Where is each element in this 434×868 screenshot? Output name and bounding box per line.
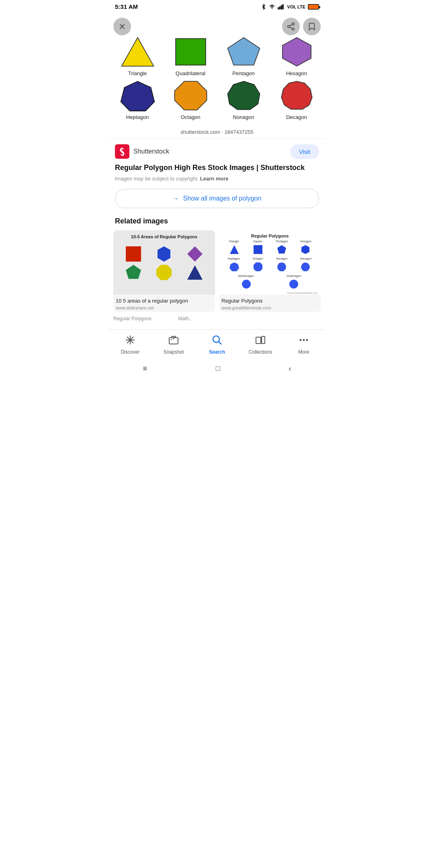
close-icon <box>118 22 127 31</box>
search-svg-icon <box>212 335 222 345</box>
poly-label-decagon: Decagon <box>294 257 317 260</box>
svg-rect-0 <box>278 7 279 9</box>
nav-label-search: Search <box>209 349 225 355</box>
poly-label-square: Square <box>246 240 270 243</box>
visit-button[interactable]: Visit <box>290 144 319 159</box>
shape-pentagon: Pentagon <box>219 36 268 76</box>
blue-decagon-svg <box>300 262 311 272</box>
nav-item-discover[interactable]: Discover <box>118 335 142 355</box>
svg-point-33 <box>242 280 251 289</box>
poly-label-nonagon: Nonagon <box>270 257 294 260</box>
bookmark-icon <box>307 22 316 31</box>
close-button[interactable] <box>113 18 131 35</box>
svg-marker-13 <box>227 37 260 65</box>
bookmark-button[interactable] <box>303 18 321 35</box>
shape-label-quadrilateral: Quadrilateral <box>176 70 205 76</box>
polygon-labels-row2: Heptagon Octagon Nonagon Decagon <box>222 257 317 260</box>
svg-marker-15 <box>121 81 154 111</box>
android-home-button[interactable]: □ <box>209 363 227 375</box>
more-svg-icon <box>299 335 309 345</box>
related-images-grid: 10-5 Areas of Regular Polygons <box>108 230 326 312</box>
svg-marker-32 <box>301 262 310 271</box>
quadrilateral-svg <box>172 36 210 68</box>
svg-marker-31 <box>277 262 286 271</box>
related-images-heading: Related images <box>108 215 326 230</box>
svg-marker-27 <box>277 245 286 254</box>
octagon-svg <box>172 80 210 112</box>
svg-point-34 <box>289 280 298 289</box>
related-card-title-0: 10 5 areas of a regular polygon <box>116 298 213 305</box>
signal-icon <box>278 4 285 10</box>
decagon-svg <box>278 80 316 112</box>
svg-marker-25 <box>230 245 239 254</box>
android-back-button[interactable]: ‹ <box>283 363 298 375</box>
pentagon-svg <box>225 36 263 68</box>
nav-item-snapshot[interactable]: Snapshot <box>162 335 186 355</box>
poly-label-hendecagon: Hendecagon <box>238 274 254 277</box>
status-bar: 5:31 AM VOL LTE <box>108 0 326 12</box>
related-img-0: 10-5 Areas of Regular Polygons <box>113 230 215 295</box>
related-card-source-1: www.greatlittleminds.com <box>221 305 318 310</box>
svg-point-7 <box>288 25 290 28</box>
small-blue-hexagon-svg <box>156 246 172 262</box>
shape-nonagon: Nonagon <box>219 80 268 120</box>
blue-dodecagon <box>289 279 299 289</box>
show-all-button[interactable]: → Show all images of polygon <box>115 189 319 208</box>
nav-item-more[interactable]: More <box>292 335 316 355</box>
svg-marker-23 <box>156 265 172 280</box>
svg-rect-44 <box>262 336 265 344</box>
learn-more-link[interactable]: Learn more <box>200 176 229 182</box>
source-line: shutterstock.com · 1847437255 <box>108 124 326 139</box>
poly-label-dodecagon: Dodecagon <box>287 274 301 277</box>
svg-rect-43 <box>256 337 261 344</box>
svg-marker-21 <box>187 246 203 262</box>
bluetooth-icon <box>261 4 266 10</box>
svg-marker-20 <box>158 246 170 262</box>
svg-line-9 <box>290 27 292 29</box>
discover-icon <box>125 335 135 348</box>
share-button[interactable] <box>282 18 300 35</box>
share-icon <box>287 22 295 31</box>
nav-label-discover: Discover <box>121 349 140 355</box>
nav-item-search[interactable]: Search <box>205 335 229 355</box>
polygon-labels-row1: Triangle Square Pentagon Hexagon <box>222 240 317 243</box>
related-card-1[interactable]: Regular Polygons Triangle Square Pentago… <box>219 230 321 312</box>
lte-label: VOL LTE <box>287 4 305 9</box>
poly-label-heptagon: Heptagon <box>222 257 246 260</box>
blue-pentagon <box>270 244 293 255</box>
svg-rect-3 <box>282 4 283 9</box>
svg-point-8 <box>292 28 295 31</box>
blue-nonagon-svg <box>276 262 287 272</box>
right-img-title: Regular Polygons <box>222 233 317 238</box>
shape-label-decagon: Decagon <box>286 114 307 120</box>
svg-rect-2 <box>280 5 282 9</box>
shape-quadrilateral: Quadrilateral <box>166 36 215 76</box>
blue-heptagon-svg <box>229 262 240 272</box>
small-green-pentagon-svg <box>125 264 142 281</box>
svg-marker-28 <box>301 245 309 254</box>
svg-marker-17 <box>227 81 260 109</box>
shape-label-pentagon: Pentagon <box>232 70 255 76</box>
small-blue-hexagon <box>149 246 178 262</box>
wifi-icon <box>269 4 275 10</box>
svg-marker-24 <box>187 265 203 280</box>
blue-hendecagon-svg <box>241 279 252 289</box>
poly-label-octagon: Octagon <box>246 257 270 260</box>
svg-point-46 <box>303 339 305 341</box>
svg-marker-16 <box>174 81 207 110</box>
blue-pentagon-svg <box>276 244 287 255</box>
blue-heptagon <box>223 262 246 272</box>
discover-svg-icon <box>125 335 135 345</box>
related-card-source-0: www.slideshare.net <box>116 305 213 310</box>
small-red-square-svg <box>125 246 142 262</box>
shape-hexagon: Hexagon <box>272 36 321 76</box>
svg-rect-1 <box>279 6 280 9</box>
related-card-title-1: Regular Polygons <box>221 298 318 305</box>
related-card-0[interactable]: 10-5 Areas of Regular Polygons <box>113 230 215 312</box>
snapshot-svg-icon <box>168 335 179 345</box>
shape-label-triangle: Triangle <box>128 70 147 76</box>
related-card-info-0: 10 5 areas of a regular polygon www.slid… <box>113 295 215 312</box>
nav-item-collections[interactable]: Collections <box>248 335 272 355</box>
copyright-text: Images may be subject to copyright. <box>115 176 199 182</box>
android-menu-button[interactable]: ≡ <box>136 363 154 375</box>
